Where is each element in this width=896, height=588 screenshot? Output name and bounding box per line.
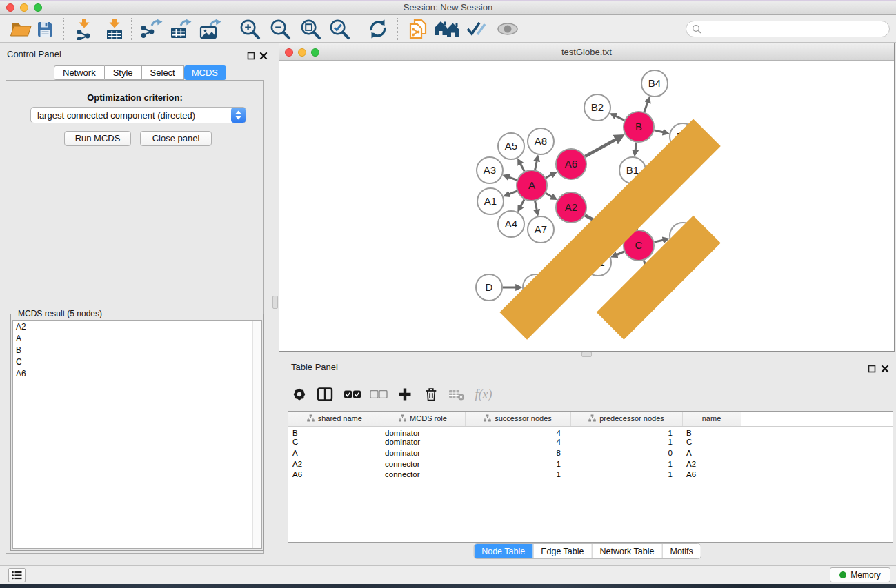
cell-predecessor-nodes[interactable]: 1 <box>570 469 682 480</box>
cell-name[interactable]: A6 <box>682 469 741 480</box>
cell-successor-nodes[interactable]: 1 <box>465 458 570 469</box>
cell-name[interactable]: B <box>682 426 741 437</box>
network-minimize-button[interactable] <box>298 48 306 57</box>
zoom-selected-icon <box>328 18 351 41</box>
result-list-item[interactable]: A2 <box>13 321 261 332</box>
run-mcds-button[interactable]: Run MCDS <box>64 131 131 146</box>
deselect-all-button[interactable] <box>366 384 391 405</box>
network-canvas[interactable]: AA1A2A3A4A5A6A7A8BB1B2B3B4CC1C2C3C4DD1 <box>279 61 894 351</box>
table-row-B[interactable]: Bdominator41B <box>288 426 893 437</box>
attribute-tree-icon <box>399 414 406 422</box>
float-table-panel-icon[interactable] <box>868 363 876 372</box>
eye-button[interactable] <box>494 17 521 41</box>
zoom-fit-button[interactable] <box>297 17 324 41</box>
cell-mcds-role[interactable]: dominator <box>381 437 465 448</box>
tab-node-table[interactable]: Node Table <box>474 544 532 558</box>
resize-grip-icon[interactable] <box>279 60 893 350</box>
cell-successor-nodes[interactable]: 4 <box>465 426 570 437</box>
delete-table-button[interactable] <box>444 384 469 405</box>
vertical-splitter-handle[interactable] <box>272 296 278 309</box>
import-network-button[interactable] <box>70 17 98 41</box>
cell-name[interactable]: C <box>682 437 741 448</box>
cell-mcds-role[interactable]: connector <box>381 458 465 469</box>
cell-shared-name[interactable]: A6 <box>288 469 381 480</box>
table-row-A6[interactable]: A6connector11A6 <box>288 469 893 480</box>
close-window-button[interactable] <box>6 3 14 12</box>
horizontal-splitter-handle[interactable] <box>581 352 592 357</box>
cell-name[interactable]: A <box>682 447 741 458</box>
close-panel-icon[interactable] <box>259 50 268 59</box>
cell-mcds-role[interactable]: connector <box>381 469 465 480</box>
network-zoom-button[interactable] <box>311 48 319 57</box>
cell-predecessor-nodes[interactable]: 0 <box>570 447 682 458</box>
mcds-result-list[interactable]: A2ABCA6 <box>12 320 262 549</box>
cell-successor-nodes[interactable]: 4 <box>465 437 570 448</box>
cell-shared-name[interactable]: C <box>288 437 381 448</box>
cell-shared-name[interactable]: A <box>288 447 381 458</box>
search-input[interactable] <box>705 24 889 34</box>
tab-motifs[interactable]: Motifs <box>661 544 700 558</box>
zoom-window-button[interactable] <box>34 3 42 12</box>
tab-select[interactable]: Select <box>142 65 184 80</box>
memory-button[interactable]: Memory <box>830 567 890 582</box>
table-row-A2[interactable]: A2connector11A2 <box>288 458 893 469</box>
result-list-item[interactable]: C <box>13 356 261 367</box>
float-panel-icon[interactable] <box>247 50 255 59</box>
table-toolbar: f(x) <box>288 378 891 409</box>
split-columns-icon <box>317 387 333 401</box>
export-image-button[interactable] <box>197 17 224 41</box>
cell-predecessor-nodes[interactable]: 1 <box>570 458 682 469</box>
tab-network[interactable]: Network <box>54 65 105 80</box>
add-column-button[interactable] <box>392 384 417 405</box>
search-field[interactable] <box>686 21 890 37</box>
tab-mcds[interactable]: MCDS <box>184 65 226 80</box>
control-panel-title: Control Panel <box>7 49 61 59</box>
criterion-dropdown[interactable]: largest connected component (directed) <box>30 107 246 123</box>
cell-predecessor-nodes[interactable]: 1 <box>570 426 682 437</box>
cell-mcds-role[interactable]: dominator <box>381 426 465 437</box>
zoom-out-button[interactable] <box>266 17 294 41</box>
tab-style[interactable]: Style <box>105 65 142 80</box>
table-row-C[interactable]: Cdominator41C <box>288 437 893 448</box>
refresh-button[interactable] <box>364 17 392 41</box>
delete-column-button[interactable] <box>419 384 444 405</box>
tab-network-table[interactable]: Network Table <box>592 544 662 558</box>
close-table-panel-icon[interactable] <box>881 363 889 372</box>
network-close-button[interactable] <box>285 48 293 57</box>
cell-shared-name[interactable]: B <box>288 426 381 437</box>
minimize-window-button[interactable] <box>20 3 28 12</box>
home-button[interactable] <box>433 17 461 41</box>
save-session-button[interactable] <box>31 17 59 41</box>
task-history-button[interactable] <box>8 568 26 582</box>
tab-edge-table[interactable]: Edge Table <box>532 544 591 558</box>
duplicate-network-button[interactable] <box>404 17 432 41</box>
function-builder-button[interactable]: f(x) <box>471 384 496 405</box>
column-header-shared-name[interactable]: shared name <box>288 412 381 426</box>
zoom-in-button[interactable] <box>236 17 263 41</box>
cell-successor-nodes[interactable]: 8 <box>465 447 570 458</box>
column-header-name[interactable]: name <box>682 412 741 426</box>
select-all-button[interactable] <box>340 384 365 405</box>
cell-mcds-role[interactable]: dominator <box>381 447 465 458</box>
result-list-item[interactable]: A6 <box>13 367 261 379</box>
close-panel-button[interactable]: Close panel <box>140 131 212 146</box>
zoom-selected-button[interactable] <box>326 17 353 41</box>
table-mode-button[interactable] <box>312 384 337 405</box>
cell-shared-name[interactable]: A2 <box>288 458 381 469</box>
table-row-A[interactable]: Adominator80A <box>288 447 893 458</box>
result-list-scrollbar[interactable] <box>252 321 261 548</box>
cell-successor-nodes[interactable]: 1 <box>465 469 570 480</box>
result-list-item[interactable]: A <box>13 332 261 344</box>
column-header-mcds-role[interactable]: MCDS role <box>381 412 465 426</box>
table-settings-button[interactable] <box>287 384 312 405</box>
export-network-button[interactable] <box>138 17 166 41</box>
column-header-predecessor-nodes[interactable]: predecessor nodes <box>570 412 682 426</box>
open-session-button[interactable] <box>7 17 34 41</box>
cell-predecessor-nodes[interactable]: 1 <box>570 437 682 448</box>
show-hide-graphics-button[interactable] <box>462 17 490 41</box>
export-table-button[interactable] <box>167 17 195 41</box>
cell-name[interactable]: A2 <box>682 458 741 469</box>
column-header-successor-nodes[interactable]: successor nodes <box>465 412 570 426</box>
import-table-button[interactable] <box>101 17 128 41</box>
result-list-item[interactable]: B <box>13 344 261 356</box>
